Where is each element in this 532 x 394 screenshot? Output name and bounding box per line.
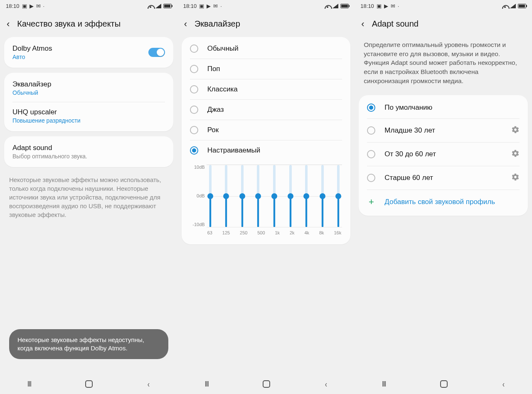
nav-recent-button[interactable]: III [382,380,386,389]
adapt-sound-row[interactable]: Adapt sound Выбор оптимального звука. [4,138,173,165]
dolby-title: Dolby Atmos [12,44,52,53]
radio-icon[interactable] [367,103,375,112]
nav-home-button[interactable] [263,380,270,388]
radio-icon[interactable] [190,126,198,134]
battery-icon [340,4,349,8]
radio-icon[interactable] [367,174,375,182]
eq-xlabel: 500 [257,230,265,235]
eq-band-slider[interactable] [209,165,212,227]
radio-icon[interactable] [367,150,375,158]
play-icon: ▶ [384,3,388,9]
eq-preset-label: Настраиваемый [207,146,342,155]
navbar: III ‹ [177,374,355,394]
adapt-sub: Выбор оптимального звука. [12,153,87,160]
image-icon: ▣ [22,3,27,9]
radio-icon[interactable] [190,106,198,114]
adapt-option-row[interactable]: Старше 60 лет [359,166,528,190]
eq-xlabel: 16k [334,230,341,235]
eq-preset-row[interactable]: Рок [182,120,351,140]
nav-back-button[interactable]: ‹ [148,379,150,389]
eq-gridline [207,227,342,227]
eq-preset-row[interactable]: Поп [182,59,351,79]
eq-preset-row[interactable]: Обычный [182,39,351,59]
screen-sound-quality: 18:10 ▣ ▶ ✉ · ‹ Качество звука и эффекты… [0,0,177,394]
eq-preset-label: Поп [207,65,342,73]
back-button[interactable]: ‹ [7,20,10,29]
eq-preset-row[interactable]: Классика [182,79,351,99]
eq-band-slider[interactable] [321,165,324,227]
radio-icon[interactable] [367,126,375,135]
info-text: Некоторые звуковые эффекты можно использ… [0,170,177,225]
more-icon: · [398,3,399,9]
status-time: 18:10 [360,3,374,9]
battery-icon [163,4,172,8]
eq-plot [207,165,342,227]
header: ‹ Качество звука и эффекты [0,12,177,34]
image-icon: ▣ [199,3,204,9]
adapt-option-label: От 30 до 60 лет [384,150,502,158]
image-icon: ▣ [377,3,382,9]
eq-xlabel: 2k [290,230,295,235]
eq-xlabel: 250 [240,230,247,235]
adapt-description: Определите оптимальный уровень громкости… [355,34,532,93]
eq-preset-row[interactable]: Настраиваемый [182,140,351,160]
signal-icon [332,4,338,8]
nav-home-button[interactable] [85,380,93,388]
dolby-toggle[interactable] [148,48,165,57]
gear-icon[interactable] [511,126,520,135]
eq-ylabel-mid: 0dB [190,193,205,198]
adapt-option-label: Младше 30 лет [384,126,502,135]
add-profile-row[interactable]: +Добавить свой звуковой профиль [359,190,528,214]
back-button[interactable]: ‹ [361,20,364,29]
eq-preset-label: Обычный [207,44,342,53]
nav-home-button[interactable] [440,380,448,388]
plus-icon: + [367,197,375,207]
adapt-option-label: Старше 60 лет [384,174,502,182]
more-icon: · [43,3,45,9]
signal-icon [155,4,161,8]
radio-icon[interactable] [190,146,198,155]
nav-recent-button[interactable]: III [204,380,208,389]
eq-xlabel: 4k [304,230,309,235]
eq-x-axis: 631252505001k2k4k8k16k [207,230,342,235]
status-time: 18:10 [183,3,197,9]
eq-ylabel-top: 10dB [190,165,205,170]
eq-preset-label: Рок [207,126,342,134]
wifi-icon [325,3,330,9]
eq-chart[interactable]: 10dB 0dB -10dB 631252505001k2k4k8k16k [207,165,342,235]
radio-icon[interactable] [190,44,198,53]
screen-equalizer: 18:10 ▣ ▶ ✉ · ‹ Эквалайзер ОбычныйПопКла… [177,0,355,394]
gear-icon[interactable] [511,173,520,183]
eq-band-slider[interactable] [289,165,292,227]
eq-band-slider[interactable] [337,165,340,227]
uhq-row[interactable]: UHQ upscaler Повышение разрядности [4,102,173,130]
eq-preset-row[interactable]: Джаз [182,100,351,120]
eq-band-slider[interactable] [225,165,227,227]
radio-icon[interactable] [190,85,198,94]
adapt-option-row[interactable]: По умолчанию [359,97,528,118]
eq-band-slider[interactable] [241,165,244,227]
adapt-option-row[interactable]: Младше 30 лет [359,119,528,142]
nav-back-button[interactable]: ‹ [325,379,327,389]
nav-recent-button[interactable]: III [27,380,31,389]
wifi-icon [502,3,508,9]
uhq-title: UHQ upscaler [12,108,81,116]
adapt-title: Adapt sound [12,144,87,152]
status-time: 18:10 [6,3,20,9]
nav-back-button[interactable]: ‹ [502,379,504,389]
adapt-option-label: По умолчанию [384,103,520,112]
gear-icon[interactable] [511,149,520,159]
dolby-atmos-row[interactable]: Dolby Atmos Авто [4,39,173,66]
signal-icon [510,4,516,8]
eq-band-slider[interactable] [257,165,259,227]
radio-icon[interactable] [190,65,198,73]
eq-preset-label: Классика [207,85,342,94]
navbar: III ‹ [355,374,532,394]
adapt-option-row[interactable]: От 30 до 60 лет [359,143,528,166]
back-button[interactable]: ‹ [184,20,187,29]
eq-band-slider[interactable] [305,165,308,227]
eq-xlabel: 63 [207,230,212,235]
equalizer-row[interactable]: Эквалайзер Обычный [4,74,173,102]
dolby-sub: Авто [12,54,52,60]
eq-band-slider[interactable] [273,165,276,227]
